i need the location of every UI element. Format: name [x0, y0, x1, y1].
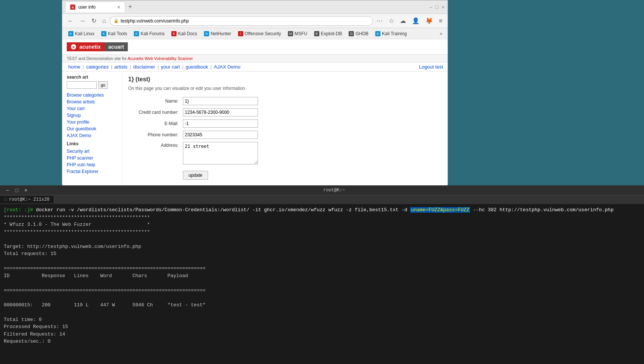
- sidebar-browse-categories[interactable]: Browse categories: [67, 92, 117, 98]
- bookmark-ghdb[interactable]: G GHDB: [346, 30, 371, 37]
- close-button[interactable]: ×: [442, 4, 445, 10]
- terminal-close-button[interactable]: ×: [23, 187, 29, 193]
- home-button[interactable]: ⌂: [100, 16, 108, 26]
- terminal-line-command: [root: :]# docker run -v /wordlists/secl…: [4, 206, 640, 214]
- sidebar-php-scanner[interactable]: PHP scanner: [67, 155, 117, 161]
- sidebar-ajax-demo[interactable]: AJAX Demo: [67, 132, 117, 139]
- credit-card-input[interactable]: [183, 108, 258, 116]
- terminal-tab-label: root@K:~ 211x20: [9, 197, 49, 202]
- refresh-button[interactable]: ↻: [89, 16, 99, 26]
- address-label: Address:: [128, 140, 181, 167]
- forward-button[interactable]: →: [77, 16, 88, 26]
- bookmarks-bar: K Kali Linux K Kali Tools K Kali Forums …: [62, 28, 448, 39]
- command-text: docker run -v /wordlists/seclists/Passwo…: [33, 207, 410, 213]
- nav-home[interactable]: home: [67, 64, 82, 70]
- sidebar-your-profile[interactable]: Your profile: [67, 119, 117, 125]
- nav-disclaimer[interactable]: disclaimer: [132, 64, 157, 70]
- terminal-line-filtered: Filtered Requests: 14: [4, 331, 640, 338]
- address-lock-icon: 🔒: [114, 18, 119, 23]
- exploit-db-icon: E: [314, 31, 319, 36]
- nethunter-icon: N: [204, 31, 209, 36]
- nav-sep-3: |: [130, 64, 131, 70]
- terminal-line-empty4: [4, 294, 640, 301]
- terminal-line-total-time: Total time: 0: [4, 316, 640, 324]
- site-info-bar: TEST and Demonstration site for Acunetix…: [62, 55, 448, 63]
- menu-button[interactable]: ≡: [437, 16, 445, 26]
- bookmark-label: MSFU: [295, 31, 307, 36]
- search-input[interactable]: [67, 81, 97, 89]
- nav-sep-6: |: [210, 64, 211, 70]
- sidebar-fractal-explorer[interactable]: Fractal Explorer: [67, 168, 117, 175]
- sidebar-our-guestbook[interactable]: Our guestbook: [67, 125, 117, 132]
- bookmark-kali-docs[interactable]: K Kali Docs: [168, 30, 200, 37]
- nav-your-cart[interactable]: your cart: [159, 64, 181, 70]
- bookmark-offensive-security[interactable]: ! Offensive Security: [235, 30, 284, 37]
- nav-artists[interactable]: artists: [113, 64, 129, 70]
- new-tab-button[interactable]: +: [125, 3, 135, 11]
- star-button[interactable]: ☆: [386, 16, 396, 26]
- minimize-button[interactable]: −: [429, 4, 432, 10]
- profile-button[interactable]: 👤: [410, 16, 422, 26]
- bookmark-label: Offensive Security: [245, 31, 281, 36]
- sidebar-php-vuln-help[interactable]: PHP vuln help: [67, 161, 117, 168]
- terminal-line-title: * Wfuzz 3.1.0 - The Web Fuzzer *: [4, 221, 640, 228]
- addons-button[interactable]: 🦊: [423, 16, 435, 26]
- bookmark-kali-forums[interactable]: K Kali Forums: [131, 30, 168, 37]
- terminal-maximize-button[interactable]: □: [13, 187, 19, 193]
- update-button[interactable]: update: [183, 171, 208, 180]
- command-suffix: --hc 302 http://testphp.vulnweb.com/user…: [470, 207, 613, 213]
- phone-label: Phone number:: [128, 129, 181, 140]
- sync-button[interactable]: ☁: [398, 16, 408, 26]
- address-bar[interactable]: [110, 16, 373, 26]
- email-input[interactable]: [183, 119, 258, 128]
- nav-sep-2: |: [111, 64, 112, 70]
- sidebar-signup[interactable]: Signup: [67, 112, 117, 119]
- terminal-minimize-button[interactable]: −: [4, 187, 10, 193]
- phone-input[interactable]: [183, 131, 258, 139]
- search-go-button[interactable]: go: [98, 81, 108, 89]
- kali-training-icon: K: [375, 31, 380, 36]
- extensions-button[interactable]: ⋯: [374, 16, 385, 26]
- sidebar-your-cart[interactable]: Your cart: [67, 105, 117, 112]
- email-label: E-Mail:: [128, 118, 181, 129]
- bookmark-kali-tools[interactable]: K Kali Tools: [98, 30, 130, 37]
- bookmark-nethunter[interactable]: N NetHunter: [201, 30, 234, 37]
- browser-window: a user info × + − □ × ← → ↻ ⌂ 🔒 ⋯ ☆ ☁ 👤 …: [62, 0, 448, 183]
- terminal-line-empty1: [4, 236, 640, 243]
- site-header: a acunetix acuart: [62, 39, 448, 55]
- terminal-line-total-requests: Total requests: 15: [4, 250, 640, 258]
- bookmark-kali-training[interactable]: K Kali Training: [372, 30, 410, 37]
- form-row-email: E-Mail:: [128, 118, 260, 129]
- terminal-line-stars1: ****************************************…: [4, 214, 640, 221]
- nav-guestbook[interactable]: guestbook: [184, 64, 210, 70]
- bookmark-label: Exploit-DB: [321, 31, 342, 36]
- address-textarea[interactable]: 21 street: [183, 142, 258, 164]
- back-button[interactable]: ←: [65, 16, 76, 26]
- name-input[interactable]: [183, 97, 258, 105]
- nav-categories[interactable]: categories: [85, 64, 110, 70]
- bookmark-exploit-db[interactable]: E Exploit-DB: [311, 30, 345, 37]
- nav-logout[interactable]: Logout test: [419, 64, 443, 70]
- svg-text:a: a: [72, 45, 75, 49]
- sidebar-browse-artists[interactable]: Browse artists: [67, 98, 117, 105]
- browser-tab[interactable]: a user info ×: [65, 1, 125, 12]
- tab-title: user info: [78, 4, 96, 10]
- terminal-body[interactable]: [root: :]# docker run -v /wordlists/secl…: [0, 204, 644, 364]
- restore-button[interactable]: □: [435, 4, 438, 10]
- form-row-credit-card: Credit card number:: [128, 107, 260, 118]
- bookmark-label: Kali Training: [382, 31, 407, 36]
- sidebar-security-art[interactable]: Security art: [67, 148, 117, 155]
- bookmarks-more-button[interactable]: »: [437, 30, 445, 38]
- form-row-address: Address: 21 street: [128, 140, 260, 167]
- site-info-link[interactable]: Acunetix Web Vulnerability Scanner: [127, 56, 193, 61]
- terminal-window: − □ × root@K:~ □ root@K:~ 211x20 [root: …: [0, 185, 644, 364]
- terminal-tab-bar: □ root@K:~ 211x20: [0, 195, 644, 204]
- kali-tools-icon: K: [101, 31, 106, 36]
- terminal-tab[interactable]: □ root@K:~ 211x20: [0, 196, 54, 203]
- tab-close-button[interactable]: ×: [117, 4, 120, 10]
- bookmark-kali-linux[interactable]: K Kali Linux: [65, 30, 97, 37]
- msfu-icon: M: [288, 31, 293, 36]
- bookmark-msfu[interactable]: M MSFU: [285, 30, 310, 37]
- nav-ajax-demo[interactable]: AJAX Demo: [213, 64, 242, 70]
- browser-controls: ← → ↻ ⌂ 🔒 ⋯ ☆ ☁ 👤 🦊 ≡: [62, 14, 448, 28]
